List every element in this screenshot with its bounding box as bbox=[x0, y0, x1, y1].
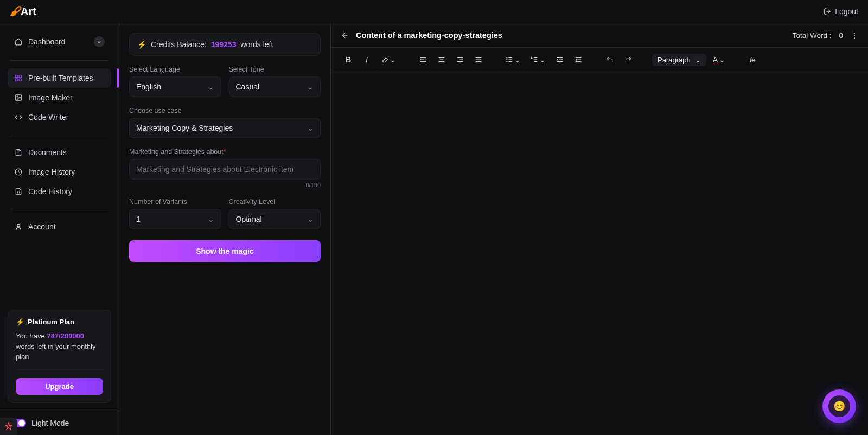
language-select[interactable]: English ⌄ bbox=[129, 76, 221, 97]
sidebar-item-documents[interactable]: Documents bbox=[8, 143, 111, 162]
chevron-down-icon: ⌄ bbox=[307, 124, 314, 132]
redo-button[interactable] bbox=[621, 52, 636, 67]
creativity-select[interactable]: Optimal ⌄ bbox=[229, 209, 321, 229]
plan-title: Platinum Plan bbox=[28, 318, 74, 326]
svg-rect-4 bbox=[19, 79, 21, 81]
logout-icon bbox=[823, 7, 832, 16]
text-color-button[interactable]: A ⌄ bbox=[710, 52, 729, 67]
editor-toolbar: B I ⌄ ⌄ 1 bbox=[331, 48, 868, 72]
use-case-select[interactable]: Marketing Copy & Strategies ⌄ bbox=[129, 118, 321, 138]
creativity-label: Creativity Level bbox=[229, 198, 321, 206]
tone-label: Select Tone bbox=[229, 66, 321, 73]
clear-format-button[interactable]: I× bbox=[745, 52, 760, 67]
svg-point-8 bbox=[17, 224, 20, 227]
upgrade-button[interactable]: Upgrade bbox=[16, 378, 103, 395]
chevron-down-icon: ⌄ bbox=[390, 55, 396, 64]
variants-label: Number of Variants bbox=[129, 198, 221, 206]
align-justify-button[interactable] bbox=[471, 52, 486, 67]
indent-button[interactable] bbox=[571, 52, 586, 67]
credits-prefix: Credits Balance: bbox=[151, 40, 207, 49]
align-right-button[interactable] bbox=[452, 52, 468, 67]
svg-point-24 bbox=[507, 61, 507, 62]
collapse-sidebar-button[interactable]: « bbox=[94, 36, 105, 47]
sidebar: Dashboard « Pre-built Templates Image Ma… bbox=[0, 23, 119, 435]
generate-button[interactable]: Show the magic bbox=[129, 240, 321, 262]
sidebar-item-templates[interactable]: Pre-built Templates bbox=[8, 68, 111, 88]
svg-point-6 bbox=[17, 96, 18, 97]
sidebar-item-label: Image History bbox=[28, 168, 75, 176]
about-label: Marketing and Strategies about* bbox=[129, 148, 321, 156]
editor-panel: Content of a marketing-copy-strategies T… bbox=[331, 23, 868, 435]
sidebar-item-label: Image Maker bbox=[28, 93, 73, 102]
sidebar-item-code-history[interactable]: Code History bbox=[8, 182, 111, 201]
sidebar-item-image-maker[interactable]: Image Maker bbox=[8, 88, 111, 107]
svg-rect-1 bbox=[16, 75, 18, 78]
chat-fab[interactable]: 😊 bbox=[822, 389, 856, 423]
chevron-down-icon: ⌄ bbox=[719, 55, 725, 64]
svg-rect-2 bbox=[19, 75, 21, 78]
bullet-list-button[interactable]: ⌄ bbox=[502, 52, 524, 67]
home-icon bbox=[14, 37, 23, 46]
plan-you-have: You have bbox=[16, 332, 45, 340]
svg-point-22 bbox=[507, 57, 507, 58]
align-left-button[interactable] bbox=[416, 52, 431, 67]
highlight-button[interactable]: ⌄ bbox=[378, 52, 399, 67]
credits-suffix: words left bbox=[240, 40, 273, 49]
credits-value: 199253 bbox=[211, 40, 237, 49]
about-input[interactable]: Marketing and Strategies about Electroni… bbox=[129, 159, 321, 180]
align-center-button[interactable] bbox=[434, 52, 449, 67]
paragraph-select[interactable]: Paragraph ⌄ bbox=[652, 54, 706, 66]
sidebar-item-image-history[interactable]: Image History bbox=[8, 162, 111, 182]
word-count-value: 0 bbox=[839, 31, 843, 40]
back-button[interactable] bbox=[341, 31, 349, 40]
italic-button[interactable]: I bbox=[359, 52, 374, 67]
svg-text:1: 1 bbox=[531, 57, 532, 59]
chevron-down-icon: ⌄ bbox=[208, 82, 214, 91]
corner-badge[interactable] bbox=[0, 418, 17, 435]
language-value: English bbox=[136, 82, 161, 91]
history-icon bbox=[14, 168, 23, 176]
outdent-button[interactable] bbox=[552, 52, 567, 67]
char-counter: 0/190 bbox=[129, 182, 321, 188]
number-list-button[interactable]: 1 ⌄ bbox=[527, 52, 549, 67]
bold-button[interactable]: B bbox=[341, 52, 356, 67]
brush-icon: 🖌 bbox=[10, 4, 22, 18]
chevron-down-icon: ⌄ bbox=[539, 55, 546, 64]
paragraph-label: Paragraph bbox=[658, 56, 691, 64]
plan-words1: words bbox=[16, 342, 35, 350]
svg-rect-3 bbox=[16, 79, 18, 81]
user-icon bbox=[14, 222, 23, 231]
undo-button[interactable] bbox=[602, 52, 617, 67]
plan-card: ⚡ Platinum Plan You have 747/200000 word… bbox=[8, 310, 111, 403]
variants-value: 1 bbox=[136, 215, 141, 223]
chevron-down-icon: ⌄ bbox=[695, 56, 701, 64]
sidebar-item-label: Account bbox=[28, 222, 56, 231]
sidebar-item-account[interactable]: Account bbox=[8, 217, 111, 236]
chevron-down-icon: ⌄ bbox=[307, 82, 314, 91]
plan-ratio: 747/200000 bbox=[47, 332, 84, 340]
credits-banner: ⚡ Credits Balance: 199253 words left bbox=[129, 33, 321, 56]
form-panel: ⚡ Credits Balance: 199253 words left Sel… bbox=[119, 23, 331, 435]
logout-button[interactable]: Logout bbox=[823, 7, 858, 16]
chat-face-icon: 😊 bbox=[828, 395, 850, 417]
logout-label: Logout bbox=[835, 7, 858, 16]
document-icon bbox=[14, 148, 23, 157]
variants-select[interactable]: 1 ⌄ bbox=[129, 209, 221, 229]
sidebar-item-code-writer[interactable]: Code Writer bbox=[8, 107, 111, 127]
grid-icon bbox=[14, 74, 23, 82]
word-count-label: Total Word : bbox=[793, 31, 832, 40]
editor-body[interactable] bbox=[331, 72, 868, 435]
more-menu-button[interactable]: ⋮ bbox=[851, 31, 858, 40]
sidebar-item-label: Pre-built Templates bbox=[28, 74, 93, 82]
brand-logo[interactable]: 🖌 Art bbox=[10, 4, 36, 18]
file-code-icon bbox=[14, 187, 23, 196]
bolt-icon: ⚡ bbox=[16, 318, 24, 326]
light-mode-label: Light Mode bbox=[31, 419, 69, 427]
sidebar-item-label: Documents bbox=[28, 148, 67, 157]
tone-select[interactable]: Casual ⌄ bbox=[229, 76, 321, 97]
image-icon bbox=[14, 93, 23, 102]
chevron-down-icon: ⌄ bbox=[307, 215, 314, 223]
sidebar-item-dashboard[interactable]: Dashboard « bbox=[8, 31, 111, 53]
use-case-label: Choose use case bbox=[129, 107, 321, 114]
sidebar-item-label: Dashboard bbox=[28, 37, 66, 46]
